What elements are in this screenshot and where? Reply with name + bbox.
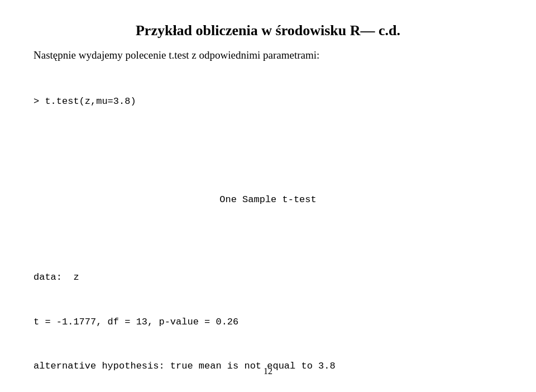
r-output: One Sample t-test data: z t = -1.1777, d… [34,156,502,392]
output-line-data: data: z [34,270,502,285]
r-command: > t.test(z,mu=3.8) [34,94,502,109]
page-number: 12 [264,366,272,376]
page-title: Przykład obliczenia w środowisku R— c.d. [34,22,502,39]
output-section-title: One Sample t-test [34,193,502,207]
code-section: > t.test(z,mu=3.8) One Sample t-test dat… [34,65,502,392]
output-line-t: t = -1.1777, df = 13, p-value = 0.26 [34,315,502,329]
subtitle-text: Następnie wydajemy polecenie t.test z od… [34,49,502,61]
page: Przykład obliczenia w środowisku R— c.d.… [0,0,536,392]
